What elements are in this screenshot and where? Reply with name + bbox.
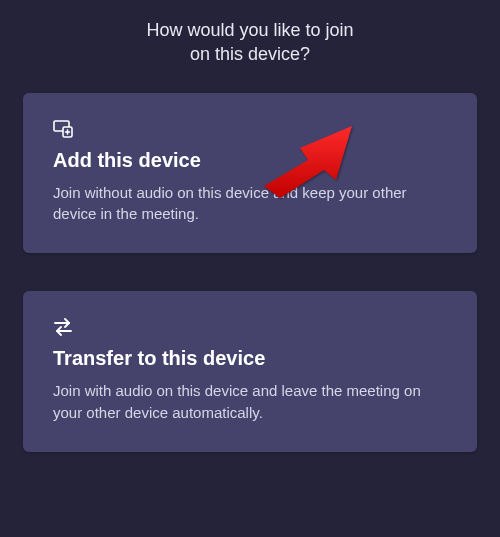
- add-device-title: Add this device: [53, 149, 447, 172]
- page-title-line1: How would you like to join: [146, 20, 353, 40]
- add-this-device-card[interactable]: Add this device Join without audio on th…: [23, 93, 477, 254]
- transfer-device-desc: Join with audio on this device and leave…: [53, 380, 447, 424]
- page-title-line2: on this device?: [190, 44, 310, 64]
- add-device-icon: [53, 119, 447, 139]
- transfer-to-this-device-card[interactable]: Transfer to this device Join with audio …: [23, 291, 477, 452]
- transfer-icon: [53, 317, 447, 337]
- page-title: How would you like to join on this devic…: [23, 18, 477, 67]
- join-device-prompt: How would you like to join on this devic…: [0, 0, 500, 452]
- transfer-device-title: Transfer to this device: [53, 347, 447, 370]
- add-device-desc: Join without audio on this device and ke…: [53, 182, 447, 226]
